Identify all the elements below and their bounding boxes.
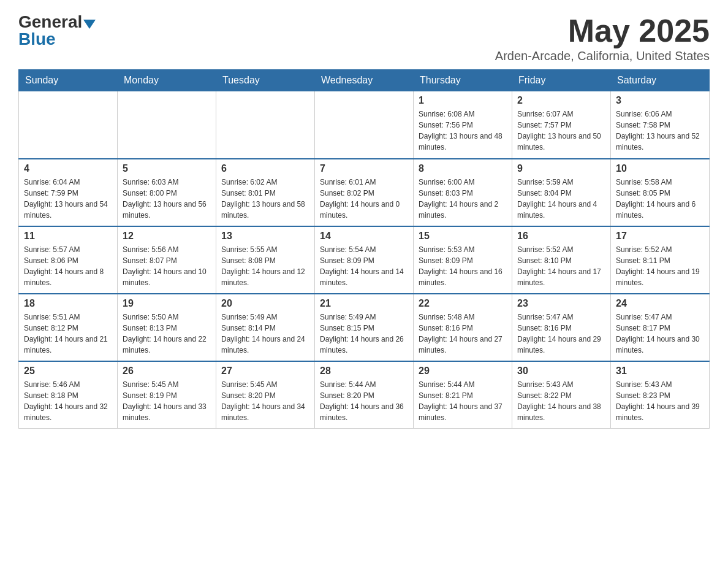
day-info: Sunrise: 6:07 AMSunset: 7:57 PMDaylight:… xyxy=(517,109,605,153)
day-number: 23 xyxy=(517,298,605,309)
table-row xyxy=(315,91,414,159)
col-friday: Friday xyxy=(512,70,611,91)
col-tuesday: Tuesday xyxy=(216,70,315,91)
table-row xyxy=(118,91,216,159)
day-info: Sunrise: 5:56 AMSunset: 8:07 PMDaylight:… xyxy=(123,244,211,288)
day-number: 17 xyxy=(616,231,704,242)
table-row: 2Sunrise: 6:07 AMSunset: 7:57 PMDaylight… xyxy=(512,91,611,159)
calendar-week-row: 4Sunrise: 6:04 AMSunset: 7:59 PMDaylight… xyxy=(19,159,710,226)
table-row: 9Sunrise: 5:59 AMSunset: 8:04 PMDaylight… xyxy=(512,159,611,226)
table-row: 11Sunrise: 5:57 AMSunset: 8:06 PMDayligh… xyxy=(19,226,118,294)
day-number: 12 xyxy=(123,231,211,242)
table-row: 20Sunrise: 5:49 AMSunset: 8:14 PMDayligh… xyxy=(216,294,315,361)
day-info: Sunrise: 5:46 AMSunset: 8:18 PMDaylight:… xyxy=(24,379,112,423)
day-number: 26 xyxy=(123,366,211,377)
day-info: Sunrise: 5:47 AMSunset: 8:16 PMDaylight:… xyxy=(517,312,605,356)
day-info: Sunrise: 6:02 AMSunset: 8:01 PMDaylight:… xyxy=(221,177,309,221)
calendar-week-row: 11Sunrise: 5:57 AMSunset: 8:06 PMDayligh… xyxy=(19,226,710,294)
table-row: 28Sunrise: 5:44 AMSunset: 8:20 PMDayligh… xyxy=(315,361,414,429)
day-info: Sunrise: 5:55 AMSunset: 8:08 PMDaylight:… xyxy=(221,244,309,288)
table-row: 19Sunrise: 5:50 AMSunset: 8:13 PMDayligh… xyxy=(118,294,216,361)
day-number: 18 xyxy=(24,298,112,309)
day-info: Sunrise: 6:00 AMSunset: 8:03 PMDaylight:… xyxy=(419,177,507,221)
day-info: Sunrise: 5:48 AMSunset: 8:16 PMDaylight:… xyxy=(419,312,507,356)
logo-triangle-icon xyxy=(83,20,96,29)
day-info: Sunrise: 5:54 AMSunset: 8:09 PMDaylight:… xyxy=(320,244,408,288)
day-number: 4 xyxy=(24,163,112,174)
day-number: 9 xyxy=(517,163,605,174)
day-number: 14 xyxy=(320,231,408,242)
table-row: 31Sunrise: 5:43 AMSunset: 8:23 PMDayligh… xyxy=(611,361,710,429)
col-saturday: Saturday xyxy=(611,70,710,91)
day-number: 22 xyxy=(419,298,507,309)
day-info: Sunrise: 5:43 AMSunset: 8:22 PMDaylight:… xyxy=(517,379,605,423)
table-row: 10Sunrise: 5:58 AMSunset: 8:05 PMDayligh… xyxy=(611,159,710,226)
table-row: 24Sunrise: 5:47 AMSunset: 8:17 PMDayligh… xyxy=(611,294,710,361)
day-number: 28 xyxy=(320,366,408,377)
day-number: 13 xyxy=(221,231,309,242)
day-number: 5 xyxy=(123,163,211,174)
table-row: 14Sunrise: 5:54 AMSunset: 8:09 PMDayligh… xyxy=(315,226,414,294)
day-number: 8 xyxy=(419,163,507,174)
table-row: 12Sunrise: 5:56 AMSunset: 8:07 PMDayligh… xyxy=(118,226,216,294)
day-number: 1 xyxy=(419,95,507,106)
page-header: General Blue May 2025 Arden-Arcade, Cali… xyxy=(18,12,710,63)
col-sunday: Sunday xyxy=(19,70,118,91)
day-number: 30 xyxy=(517,366,605,377)
table-row: 23Sunrise: 5:47 AMSunset: 8:16 PMDayligh… xyxy=(512,294,611,361)
day-info: Sunrise: 5:47 AMSunset: 8:17 PMDaylight:… xyxy=(616,312,704,356)
table-row: 21Sunrise: 5:49 AMSunset: 8:15 PMDayligh… xyxy=(315,294,414,361)
table-row: 25Sunrise: 5:46 AMSunset: 8:18 PMDayligh… xyxy=(19,361,118,429)
title-section: May 2025 Arden-Arcade, California, Unite… xyxy=(495,12,710,63)
table-row: 7Sunrise: 6:01 AMSunset: 8:02 PMDaylight… xyxy=(315,159,414,226)
table-row: 22Sunrise: 5:48 AMSunset: 8:16 PMDayligh… xyxy=(414,294,512,361)
logo: General Blue xyxy=(18,12,96,49)
logo-blue: Blue xyxy=(18,29,56,49)
day-info: Sunrise: 6:01 AMSunset: 8:02 PMDaylight:… xyxy=(320,177,408,221)
table-row xyxy=(19,91,118,159)
table-row xyxy=(216,91,315,159)
calendar-week-row: 25Sunrise: 5:46 AMSunset: 8:18 PMDayligh… xyxy=(19,361,710,429)
day-info: Sunrise: 5:49 AMSunset: 8:15 PMDaylight:… xyxy=(320,312,408,356)
day-info: Sunrise: 6:03 AMSunset: 8:00 PMDaylight:… xyxy=(123,177,211,221)
table-row: 18Sunrise: 5:51 AMSunset: 8:12 PMDayligh… xyxy=(19,294,118,361)
day-number: 29 xyxy=(419,366,507,377)
col-thursday: Thursday xyxy=(414,70,512,91)
day-info: Sunrise: 5:43 AMSunset: 8:23 PMDaylight:… xyxy=(616,379,704,423)
calendar-table: Sunday Monday Tuesday Wednesday Thursday… xyxy=(18,69,710,429)
calendar-week-row: 1Sunrise: 6:08 AMSunset: 7:56 PMDaylight… xyxy=(19,91,710,159)
day-number: 10 xyxy=(616,163,704,174)
day-number: 19 xyxy=(123,298,211,309)
day-info: Sunrise: 5:53 AMSunset: 8:09 PMDaylight:… xyxy=(419,244,507,288)
table-row: 13Sunrise: 5:55 AMSunset: 8:08 PMDayligh… xyxy=(216,226,315,294)
table-row: 1Sunrise: 6:08 AMSunset: 7:56 PMDaylight… xyxy=(414,91,512,159)
day-number: 7 xyxy=(320,163,408,174)
col-wednesday: Wednesday xyxy=(315,70,414,91)
table-row: 5Sunrise: 6:03 AMSunset: 8:00 PMDaylight… xyxy=(118,159,216,226)
table-row: 4Sunrise: 6:04 AMSunset: 7:59 PMDaylight… xyxy=(19,159,118,226)
table-row: 6Sunrise: 6:02 AMSunset: 8:01 PMDaylight… xyxy=(216,159,315,226)
table-row: 8Sunrise: 6:00 AMSunset: 8:03 PMDaylight… xyxy=(414,159,512,226)
table-row: 30Sunrise: 5:43 AMSunset: 8:22 PMDayligh… xyxy=(512,361,611,429)
day-info: Sunrise: 6:04 AMSunset: 7:59 PMDaylight:… xyxy=(24,177,112,221)
day-number: 20 xyxy=(221,298,309,309)
day-number: 24 xyxy=(616,298,704,309)
table-row: 27Sunrise: 5:45 AMSunset: 8:20 PMDayligh… xyxy=(216,361,315,429)
day-number: 6 xyxy=(221,163,309,174)
day-info: Sunrise: 5:44 AMSunset: 8:21 PMDaylight:… xyxy=(419,379,507,423)
day-number: 2 xyxy=(517,95,605,106)
table-row: 29Sunrise: 5:44 AMSunset: 8:21 PMDayligh… xyxy=(414,361,512,429)
day-info: Sunrise: 5:52 AMSunset: 8:10 PMDaylight:… xyxy=(517,244,605,288)
day-info: Sunrise: 5:44 AMSunset: 8:20 PMDaylight:… xyxy=(320,379,408,423)
day-info: Sunrise: 5:49 AMSunset: 8:14 PMDaylight:… xyxy=(221,312,309,356)
day-number: 3 xyxy=(616,95,704,106)
col-monday: Monday xyxy=(118,70,216,91)
day-number: 27 xyxy=(221,366,309,377)
day-number: 25 xyxy=(24,366,112,377)
table-row: 17Sunrise: 5:52 AMSunset: 8:11 PMDayligh… xyxy=(611,226,710,294)
calendar-week-row: 18Sunrise: 5:51 AMSunset: 8:12 PMDayligh… xyxy=(19,294,710,361)
day-number: 31 xyxy=(616,366,704,377)
table-row: 16Sunrise: 5:52 AMSunset: 8:10 PMDayligh… xyxy=(512,226,611,294)
day-number: 16 xyxy=(517,231,605,242)
location-subtitle: Arden-Arcade, California, United States xyxy=(495,49,710,63)
